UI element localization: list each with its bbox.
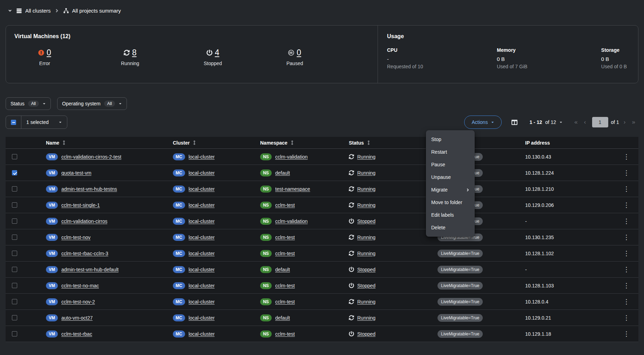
breadcrumb-all-clusters[interactable]: All clusters [16,8,51,14]
namespace-link[interactable]: default [275,170,290,176]
last-page-button[interactable]: » [629,119,638,126]
menu-item-pause[interactable]: Pause [426,158,475,171]
cluster-link[interactable]: local-cluster [189,315,215,321]
previous-page-button[interactable]: ‹ [581,119,589,126]
status-link[interactable]: Running [357,170,375,176]
row-checkbox[interactable] [12,283,17,288]
kebab-menu-icon[interactable]: ⋮ [623,186,630,192]
cluster-link[interactable]: local-cluster [189,267,215,272]
cluster-link[interactable]: local-cluster [189,251,215,256]
menu-item-move-to-folder[interactable]: Move to folder [426,196,475,209]
cluster-link[interactable]: local-cluster [189,235,215,240]
cluster-link[interactable]: local-cluster [189,218,215,224]
running-count-link[interactable]: 8 [132,48,137,57]
namespace-link[interactable]: cclm-validation [275,154,308,160]
column-header-name[interactable]: Name [40,140,167,146]
row-checkbox[interactable] [12,235,17,240]
status-link[interactable]: Running [357,186,375,192]
namespace-link[interactable]: cclm-validation [275,218,308,224]
vm-name-link[interactable]: auto-vm-oct27 [61,315,93,321]
vm-name-link[interactable]: cclm-validation-cirros [61,218,107,224]
breadcrumb-all-projects[interactable]: All projects summary [63,8,121,14]
kebab-menu-icon[interactable]: ⋮ [623,314,630,321]
namespace-link[interactable]: cclm-test [275,283,295,288]
cluster-link[interactable]: local-cluster [189,170,215,176]
kebab-menu-icon[interactable]: ⋮ [623,330,630,337]
cluster-link[interactable]: local-cluster [189,283,215,288]
status-link[interactable]: Running [357,154,375,160]
vm-name-link[interactable]: cclm-test-rbac [61,331,92,337]
cluster-link[interactable]: local-cluster [189,154,215,160]
vm-name-link[interactable]: cclm-test-nov [61,235,90,240]
row-checkbox[interactable] [12,170,17,175]
vm-name-link[interactable]: cclm-test-rbac-cclm-3 [61,251,108,256]
column-header-status[interactable]: Status [343,140,432,146]
namespace-link[interactable]: default [275,315,290,321]
status-link[interactable]: Running [357,235,375,240]
namespace-link[interactable]: cclm-test [275,299,295,305]
namespace-link[interactable]: cclm-test [275,331,295,337]
status-link[interactable]: Stopped [357,218,375,224]
stopped-count-link[interactable]: 4 [215,48,219,57]
row-checkbox[interactable] [12,315,17,320]
cluster-link[interactable]: local-cluster [189,299,215,305]
column-header-namespace[interactable]: Namespace [255,140,343,146]
operating-system-filter[interactable]: Operating system All [57,97,127,110]
vm-name-link[interactable]: cclm-test-nov-2 [61,299,95,305]
menu-item-restart[interactable]: Restart [426,146,475,158]
status-link[interactable]: Running [357,299,375,305]
status-link[interactable]: Stopped [357,331,375,337]
chevron-down-icon[interactable] [8,8,12,13]
row-checkbox[interactable] [12,154,17,159]
menu-item-migrate[interactable]: Migrate [426,183,475,196]
namespace-link[interactable]: test-namespace [275,186,310,192]
row-checkbox[interactable] [12,202,17,208]
cluster-link[interactable]: local-cluster [189,202,215,208]
first-page-button[interactable]: « [571,119,581,126]
bulk-select-checkbox[interactable] [11,120,16,125]
status-link[interactable]: Running [357,202,375,208]
status-link[interactable]: Stopped [357,267,375,272]
kebab-menu-icon[interactable]: ⋮ [623,234,630,241]
kebab-menu-icon[interactable]: ⋮ [623,169,630,176]
row-checkbox[interactable] [12,186,17,192]
status-link[interactable]: Running [357,315,375,321]
row-checkbox[interactable] [12,251,17,256]
menu-item-edit-labels[interactable]: Edit labels [426,209,475,221]
row-checkbox[interactable] [12,331,17,336]
kebab-menu-icon[interactable]: ⋮ [623,266,630,273]
error-count-link[interactable]: 0 [47,48,51,57]
namespace-link[interactable]: cclm-test [275,235,295,240]
status-link[interactable]: Running [357,251,375,256]
cluster-link[interactable]: local-cluster [189,331,215,337]
status-link[interactable]: Stopped [357,283,375,288]
row-checkbox[interactable] [12,267,17,272]
kebab-menu-icon[interactable]: ⋮ [623,153,630,160]
kebab-menu-icon[interactable]: ⋮ [623,202,630,208]
manage-columns-button[interactable] [511,119,517,125]
vm-name-link[interactable]: quota-test-vm [61,170,91,176]
vm-name-link[interactable]: admin-test-vm-hub-default [61,267,118,272]
vm-name-link[interactable]: cclm-test-single-1 [61,202,100,208]
kebab-menu-icon[interactable]: ⋮ [623,282,630,289]
menu-item-delete[interactable]: Delete [426,221,475,234]
actions-button[interactable]: Actions [464,116,502,129]
row-checkbox[interactable] [12,299,17,304]
bulk-select-dropdown[interactable]: 1 selected [21,116,67,128]
column-header-cluster[interactable]: Cluster [167,140,255,146]
next-page-button[interactable]: › [621,119,629,126]
status-filter[interactable]: Status All [6,97,51,110]
vm-name-link[interactable]: admin-test-vm-hub-testns [61,186,117,192]
row-checkbox[interactable] [12,218,17,224]
namespace-link[interactable]: cclm-test [275,202,295,208]
menu-item-unpause[interactable]: Unpause [426,171,475,183]
pagination-range-dropdown[interactable]: 1 - 12 of 12 [529,119,563,125]
current-page-input[interactable]: 1 [592,117,608,127]
vm-name-link[interactable]: cclm-test-no-mac [61,283,99,288]
menu-item-stop[interactable]: Stop [426,133,475,146]
namespace-link[interactable]: default [275,267,290,272]
bulk-select-checkbox-zone[interactable] [6,116,21,128]
vm-name-link[interactable]: cclm-validation-cirros-2-test [61,154,121,160]
namespace-link[interactable]: cclm-test [275,251,295,256]
kebab-menu-icon[interactable]: ⋮ [623,298,630,305]
